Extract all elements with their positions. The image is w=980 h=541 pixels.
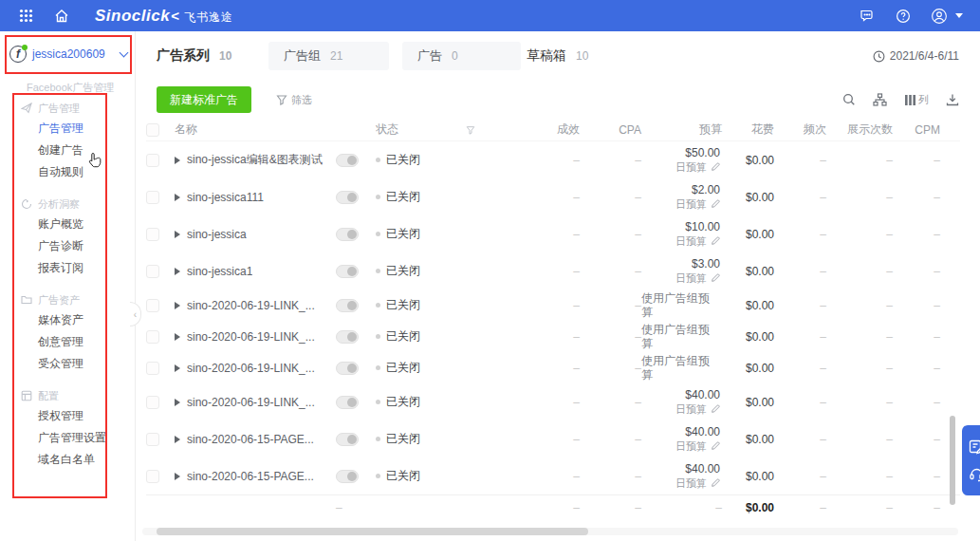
status-toggle[interactable] [336, 228, 359, 241]
brand-chinese-name: 飞书逸途 [184, 9, 233, 26]
download-icon[interactable] [946, 93, 959, 106]
account-dropdown-caret[interactable] [955, 13, 963, 18]
select-all-checkbox[interactable] [146, 123, 159, 137]
account-selector[interactable]: f jessica200609 [9, 40, 127, 68]
tab-adsets[interactable]: 广告组 21 [268, 42, 389, 70]
expand-row-icon[interactable] [175, 399, 180, 406]
pencil-icon[interactable] [711, 441, 720, 451]
row-checkbox[interactable] [146, 362, 159, 375]
tab-campaigns[interactable]: 广告系列 10 [157, 47, 231, 65]
home-icon[interactable] [53, 8, 70, 25]
create-standard-ad-button[interactable]: 新建标准广告 [157, 86, 251, 113]
effect-cell: – [508, 330, 580, 344]
status-text: 已关闭 [386, 360, 420, 376]
cpm-cell: – [893, 362, 940, 375]
feedback-icon[interactable] [969, 438, 980, 455]
row-checkbox[interactable] [146, 228, 159, 241]
row-checkbox[interactable] [146, 470, 159, 483]
status-toggle[interactable] [336, 396, 359, 409]
horizontal-scrollbar-thumb[interactable] [157, 528, 588, 535]
support-icon[interactable] [969, 466, 980, 482]
expand-row-icon[interactable] [175, 194, 180, 201]
expand-row-icon[interactable] [175, 302, 180, 309]
row-checkbox[interactable] [146, 396, 159, 409]
expand-row-icon[interactable] [175, 473, 180, 480]
status-toggle[interactable] [336, 470, 359, 483]
tab-drafts[interactable]: 草稿箱 10 [527, 47, 588, 65]
frequency-cell: – [774, 228, 826, 241]
status-toggle[interactable] [336, 154, 359, 167]
structure-icon[interactable] [873, 93, 887, 106]
status-toggle[interactable] [336, 433, 359, 446]
sidebar-item-audience-management[interactable]: 受众管理 [0, 353, 136, 375]
expand-row-icon[interactable] [175, 157, 180, 164]
sidebar-item-creative-management[interactable]: 创意管理 [0, 331, 136, 353]
pencil-icon[interactable] [711, 478, 720, 488]
effect-cell: – [508, 154, 580, 167]
pencil-icon[interactable] [711, 404, 720, 414]
sidebar-item-ad-management[interactable]: 广告管理 [0, 118, 136, 140]
campaign-name[interactable]: sino-2020-06-15-PAGE... [187, 470, 314, 483]
sidebar-item-account-overview[interactable]: 账户概览 [0, 214, 136, 235]
vertical-scrollbar-thumb[interactable] [950, 416, 955, 505]
pencil-icon[interactable] [711, 199, 720, 209]
status-toggle[interactable] [336, 191, 359, 204]
campaign-name[interactable]: sino-2020-06-19-LINK_... [187, 330, 315, 344]
status-toggle[interactable] [336, 265, 359, 278]
row-checkbox[interactable] [146, 330, 159, 344]
tab-ads[interactable]: 广告 0 [402, 42, 521, 70]
toggle-knob [347, 156, 357, 165]
brand-arrow: < [171, 8, 179, 24]
pencil-icon[interactable] [711, 273, 720, 283]
row-checkbox[interactable] [146, 433, 159, 446]
sidebar-item-create-ad[interactable]: 创建广告 [0, 140, 136, 161]
sidebar-item-report-subscription[interactable]: 报表订阅 [0, 257, 136, 279]
summary-dash: – [336, 501, 342, 514]
expand-row-icon[interactable] [175, 436, 180, 443]
campaign-name[interactable]: sino-2020-06-19-LINK_... [187, 362, 315, 375]
status-toggle[interactable] [336, 330, 359, 344]
campaign-name[interactable]: sino-2020-06-19-LINK_... [187, 299, 315, 312]
expand-row-icon[interactable] [175, 364, 180, 372]
filter-button[interactable]: 筛选 [276, 93, 312, 107]
avatar-icon[interactable] [931, 8, 948, 25]
message-icon[interactable] [859, 8, 876, 25]
status-toggle[interactable] [336, 299, 359, 312]
campaign-name[interactable]: sino-jessica编辑&图表测试 [187, 152, 323, 168]
account-name: jessica200609 [32, 47, 105, 61]
pencil-icon[interactable] [711, 236, 720, 246]
apps-grid-icon[interactable] [17, 8, 34, 25]
campaign-name[interactable]: sino-jessica [187, 228, 247, 241]
config-icon [21, 390, 32, 401]
header-frequency: 频次 [774, 121, 826, 138]
status-filter-icon[interactable] [466, 125, 475, 135]
status-text: 已关闭 [386, 297, 420, 313]
search-icon[interactable] [842, 93, 856, 106]
sidebar-item-auto-rules[interactable]: 自动规则 [0, 161, 136, 183]
expand-row-icon[interactable] [175, 333, 180, 341]
row-checkbox[interactable] [146, 154, 159, 167]
expand-row-icon[interactable] [175, 268, 180, 275]
sidebar-item-media-assets[interactable]: 媒体资产 [0, 309, 136, 331]
impressions-cell: – [826, 265, 893, 278]
status-toggle[interactable] [336, 362, 359, 375]
sidebar-item-authorization[interactable]: 授权管理 [0, 405, 136, 427]
sidebar-item-ad-settings[interactable]: 广告管理设置 [0, 427, 136, 449]
columns-button[interactable]: 列 [904, 93, 929, 107]
status-dot [376, 232, 380, 236]
header-name: 名称 [175, 121, 197, 138]
campaign-name[interactable]: sino-2020-06-19-LINK_... [187, 396, 315, 409]
expand-row-icon[interactable] [175, 231, 180, 238]
campaign-name[interactable]: sino-jessica111 [187, 191, 264, 204]
row-checkbox[interactable] [146, 299, 159, 312]
sidebar-item-domain-whitelist[interactable]: 域名白名单 [0, 449, 136, 471]
campaign-name[interactable]: sino-jessica1 [187, 265, 252, 278]
menu-section-config: 配置 授权管理 广告管理设置 域名白名单 [0, 386, 136, 471]
date-range-picker[interactable]: 2021/6/4-6/11 [873, 49, 959, 63]
row-checkbox[interactable] [146, 191, 159, 204]
campaign-name[interactable]: sino-2020-06-15-PAGE... [187, 433, 314, 446]
row-checkbox[interactable] [146, 265, 159, 278]
sidebar-item-ad-diagnosis[interactable]: 广告诊断 [0, 235, 136, 257]
help-icon[interactable] [895, 8, 912, 25]
pencil-icon[interactable] [711, 162, 720, 172]
